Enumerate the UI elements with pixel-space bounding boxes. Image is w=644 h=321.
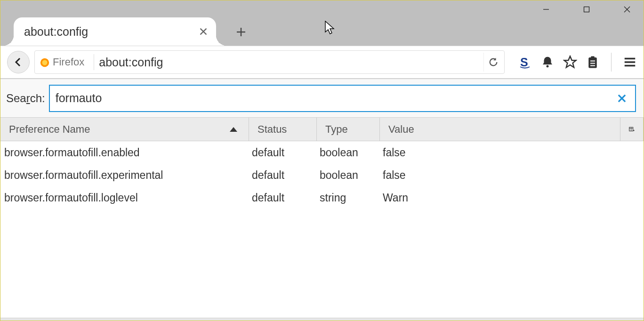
- column-header-status[interactable]: Status: [249, 118, 317, 141]
- svg-point-11: [547, 65, 549, 67]
- svg-marker-12: [564, 56, 576, 68]
- search-input-container: [49, 85, 636, 112]
- about-config-page: Search: Preference Name Status Type Valu…: [0, 79, 644, 318]
- reload-button[interactable]: [483, 53, 502, 72]
- cell-type: boolean: [317, 169, 380, 182]
- toolbar-icons: S: [509, 53, 637, 72]
- url-text: about:config: [99, 56, 483, 69]
- window-titlebar: [0, 0, 644, 12]
- back-button[interactable]: [7, 51, 30, 73]
- svg-rect-13: [588, 57, 597, 68]
- separator: [94, 54, 94, 70]
- search-row: Search:: [0, 79, 644, 118]
- column-header-type[interactable]: Type: [317, 118, 380, 141]
- notifications-icon[interactable]: [540, 55, 555, 69]
- cell-type: string: [317, 192, 380, 204]
- column-header-value[interactable]: Value: [380, 118, 620, 141]
- column-picker-button[interactable]: [620, 118, 644, 141]
- cell-value: false: [380, 169, 644, 182]
- new-tab-button[interactable]: [229, 20, 253, 44]
- cell-name: browser.formautofill.enabled: [0, 146, 249, 159]
- url-bar[interactable]: Firefox about:config: [34, 50, 505, 74]
- cell-status: default: [249, 146, 317, 159]
- svg-text:S: S: [520, 56, 528, 69]
- stylish-icon[interactable]: S: [518, 55, 532, 69]
- table-row[interactable]: browser.formautofill.logleveldefaultstri…: [0, 186, 644, 209]
- clipboard-icon[interactable]: [586, 55, 600, 69]
- table-row[interactable]: browser.formautofill.experimentaldefault…: [0, 164, 644, 186]
- cell-status: default: [249, 192, 317, 204]
- cell-type: boolean: [317, 146, 380, 159]
- cell-name: browser.formautofill.experimental: [0, 169, 249, 182]
- table-row[interactable]: browser.formautofill.enableddefaultboole…: [0, 141, 644, 164]
- cell-value: Warn: [380, 192, 644, 204]
- column-header-name[interactable]: Preference Name: [0, 118, 249, 141]
- site-identity[interactable]: Firefox: [40, 56, 89, 68]
- firefox-icon: [40, 57, 50, 67]
- bookmark-star-icon[interactable]: [563, 55, 577, 69]
- table-header: Preference Name Status Type Value: [0, 118, 644, 141]
- search-input[interactable]: [56, 91, 614, 105]
- browser-window: about:config Firefox about:config: [0, 0, 644, 321]
- cell-status: default: [249, 169, 317, 182]
- nav-toolbar: Firefox about:config S: [0, 46, 644, 79]
- preference-rows: browser.formautofill.enableddefaultboole…: [0, 141, 644, 318]
- close-tab-button[interactable]: [199, 27, 208, 36]
- tab-strip: about:config: [0, 12, 644, 46]
- toolbar-separator: [611, 53, 612, 72]
- clear-search-button[interactable]: [614, 91, 629, 106]
- hamburger-menu-icon[interactable]: [623, 55, 637, 69]
- svg-point-9: [42, 60, 48, 65]
- statusbar-area: [0, 318, 644, 321]
- cell-value: false: [380, 146, 644, 159]
- search-label: Search:: [5, 92, 45, 105]
- tab-about-config[interactable]: about:config: [14, 17, 216, 46]
- cell-name: browser.formautofill.loglevel: [0, 192, 249, 204]
- svg-rect-1: [584, 7, 589, 12]
- tab-title: about:config: [24, 25, 88, 39]
- svg-rect-14: [591, 56, 595, 59]
- identity-label: Firefox: [53, 56, 84, 68]
